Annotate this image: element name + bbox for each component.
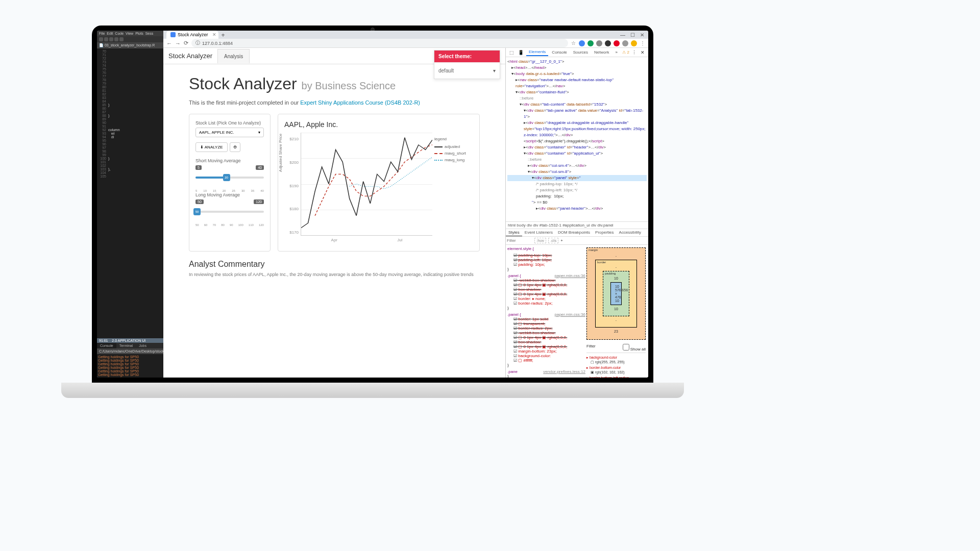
box-model: margin- border- padding10 10 576.656 × 4…	[586, 247, 646, 340]
styles-filter-bar[interactable]: :hov .cls +	[506, 237, 648, 245]
rstudio-editor-tab[interactable]: 📄 03_stock_analyzer_bootstrap.R	[97, 42, 163, 48]
chart-title: AAPL, Apple Inc.	[284, 120, 473, 129]
inspect-icon[interactable]: ⬚	[508, 50, 516, 55]
tab-close-icon[interactable]: ✕	[212, 32, 216, 37]
theme-panel-header: Select theme:	[434, 51, 500, 62]
theme-selector-panel[interactable]: Select theme: default▾	[434, 50, 500, 79]
theme-dropdown[interactable]: default▾	[434, 62, 500, 79]
window-minimize-button[interactable]: —	[620, 32, 625, 38]
rstudio-menubar[interactable]: FileEditCodeViewPlotsSess	[97, 31, 163, 36]
gear-icon: ⚙	[233, 145, 237, 149]
app-brand: Stock Analyzer	[168, 52, 212, 60]
rstudio-toolbar[interactable]	[97, 36, 163, 42]
devtools-menu-icon[interactable]: ⋮	[630, 50, 638, 55]
line-chart	[301, 133, 432, 235]
extension-icons[interactable]	[579, 40, 637, 46]
settings-button[interactable]: ⚙	[230, 142, 240, 152]
chart-legend: legend adjusted mavg_short mavg_long	[432, 133, 473, 245]
address-bar[interactable]: ⓘ 127.0.0.1:4884	[191, 39, 568, 47]
rstudio-console-path: C:/Users/mdanc/OneDrive/Desktop/stock_a	[97, 348, 163, 354]
devtools-close-icon[interactable]: ✕	[639, 50, 646, 55]
y-axis-ticks: $210$200$190$180$170	[284, 133, 301, 245]
lma-slider[interactable]: 50	[195, 207, 264, 217]
device-icon[interactable]: 📱	[517, 50, 525, 55]
y-axis-label: Adjusted Share Price	[278, 134, 283, 172]
tab-favicon	[170, 32, 176, 37]
bookmark-star-icon[interactable]: ☆	[571, 40, 576, 46]
chart-panel: AAPL, Apple Inc. Adjusted Share Price $2…	[278, 114, 480, 252]
browser-tab[interactable]: Stock Analyzer ✕	[166, 31, 218, 39]
styles-tabs[interactable]: StylesEvent ListenersDOM BreakpointsProp…	[506, 229, 648, 237]
show-all-checkbox[interactable]	[623, 344, 629, 350]
page-subtitle: by Business Science	[302, 80, 396, 91]
back-button[interactable]: ←	[166, 40, 172, 46]
devtools-tabs[interactable]: ⬚ 📱 Elements Console Sources Network » ⚠…	[506, 48, 648, 57]
stock-select[interactable]: AAPL, APPLE INC.▾	[195, 128, 264, 137]
tab-title: Stock Analyzer	[178, 32, 208, 37]
chrome-window: Stock Analyzer ✕ + — ☐ ✕ ← → ⟳ ⓘ 127.0.0…	[163, 31, 648, 378]
commentary-text: In reviewing the stock prices of AAPL, A…	[189, 272, 480, 277]
rstudio-bottom-tabs[interactable]: ConsoleTerminalJobs	[97, 343, 163, 348]
controls-panel: Stock List (Pick One to Analyze) AAPL, A…	[189, 114, 271, 252]
url-text: 127.0.0.1:4884	[202, 41, 233, 46]
analyze-button[interactable]: ⬇ ANALYZE	[195, 142, 228, 152]
x-axis-ticks: AprJul	[301, 238, 432, 242]
rstudio-window: FileEditCodeViewPlotsSess 📄 03_stock_ana…	[97, 31, 163, 378]
rstudio-status-band: 91:61 2.0 APPLICATION UI	[97, 338, 163, 343]
intro-text: This is the first mini-project completed…	[189, 99, 480, 106]
reload-button[interactable]: ⟳	[184, 40, 188, 46]
window-maximize-button[interactable]: ☐	[630, 32, 635, 38]
lma-handle[interactable]: 50	[193, 208, 201, 215]
styles-pane[interactable]: element.style {☑ padding-top: 10px;☑ pad…	[506, 245, 648, 378]
chevron-down-icon: ▾	[258, 130, 260, 135]
info-icon: ⓘ	[195, 40, 200, 46]
new-tab-button[interactable]: +	[222, 32, 225, 39]
computed-styles[interactable]: ▸ background-color▢ rgb(255, 255, 255)▸ …	[586, 355, 646, 378]
chrome-menu-icon[interactable]: ⋮	[640, 40, 645, 46]
chrome-toolbar: ← → ⟳ ⓘ 127.0.0.1:4884 ☆ ⋮	[163, 39, 648, 48]
nav-tab-analysis[interactable]: Analysis	[217, 49, 250, 63]
course-link[interactable]: Expert Shiny Applications Course (DS4B 2…	[300, 99, 420, 106]
chrome-devtools: ⬚ 📱 Elements Console Sources Network » ⚠…	[505, 48, 648, 378]
lma-label: Long Moving Average	[195, 192, 264, 197]
dom-breadcrumb[interactable]: html body div div #tab-1532-1 #applicati…	[506, 221, 648, 229]
commentary-heading: Analyst Commentary	[189, 260, 480, 269]
chrome-tab-strip: Stock Analyzer ✕ + — ☐ ✕	[163, 31, 648, 39]
sma-handle[interactable]: 20	[223, 174, 230, 181]
dom-tree[interactable]: <html class="gr__127_0_0_1"> ▸<head>…</h…	[506, 57, 648, 221]
plot-area: AprJul	[301, 133, 432, 236]
window-close-button[interactable]: ✕	[640, 32, 644, 38]
sma-slider[interactable]: 20	[195, 173, 264, 183]
sma-label: Short Moving Average	[195, 158, 264, 163]
rstudio-code-editor[interactable]: 70717273747576777879808182838485)868788)…	[97, 48, 163, 338]
styles-filter-input[interactable]	[507, 238, 532, 243]
stock-list-label: Stock List (Pick One to Analyze)	[195, 120, 264, 126]
forward-button[interactable]: →	[175, 40, 181, 46]
rstudio-console[interactable]: Getting holdings for SP50Getting holding…	[97, 354, 163, 378]
chevron-down-icon: ▾	[493, 68, 496, 73]
shiny-app: Stock Analyzer Analysis Select theme: de…	[163, 48, 505, 378]
